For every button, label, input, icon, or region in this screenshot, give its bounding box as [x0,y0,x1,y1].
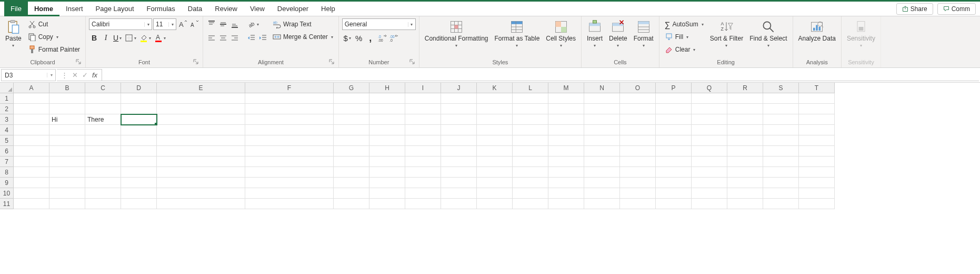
cell-B9[interactable] [49,178,85,188]
tab-developer[interactable]: Developer [271,2,315,16]
cell-R4[interactable] [727,125,763,135]
font-size-combo[interactable]: 11▾ [153,18,176,30]
cell-S7[interactable] [763,156,799,167]
cell-N2[interactable] [584,104,620,114]
cell-G7[interactable] [334,156,369,167]
tab-page-layout[interactable]: Page Layout [89,2,141,16]
tab-file[interactable]: File [4,2,28,16]
cell-B5[interactable] [49,135,85,146]
cell-styles-button[interactable]: Cell Styles▾ [544,18,578,49]
cell-E11[interactable] [157,199,245,209]
comma-format-button[interactable]: , [365,32,376,44]
cell-G2[interactable] [334,104,369,114]
cell-I5[interactable] [405,135,441,146]
cell-H6[interactable] [369,146,405,156]
cell-F5[interactable] [245,135,334,146]
cell-G3[interactable] [334,114,369,125]
cell-C1[interactable] [85,93,121,104]
cell-C5[interactable] [85,135,121,146]
cell-F9[interactable] [245,178,334,188]
column-header-A[interactable]: A [14,83,49,93]
column-header-N[interactable]: N [584,83,620,93]
cell-H9[interactable] [369,178,405,188]
cell-E7[interactable] [157,156,245,167]
cell-J10[interactable] [441,188,477,199]
cell-K4[interactable] [477,125,513,135]
cell-L4[interactable] [513,125,548,135]
cell-F11[interactable] [245,199,334,209]
cell-M2[interactable] [548,104,584,114]
cell-T1[interactable] [799,93,835,104]
cell-A10[interactable] [14,188,49,199]
cell-D2[interactable] [121,104,157,114]
fx-icon[interactable]: fx [92,71,97,79]
cell-F2[interactable] [245,104,334,114]
row-header-3[interactable]: 3 [0,114,14,125]
cell-K10[interactable] [477,188,513,199]
cell-M4[interactable] [548,125,584,135]
cell-A9[interactable] [14,178,49,188]
cell-F1[interactable] [245,93,334,104]
cell-T11[interactable] [799,199,835,209]
cell-O1[interactable] [620,93,656,104]
cell-E9[interactable] [157,178,245,188]
column-header-R[interactable]: R [727,83,763,93]
column-header-Q[interactable]: Q [692,83,727,93]
cell-P5[interactable] [656,135,692,146]
cell-I9[interactable] [405,178,441,188]
number-format-combo[interactable]: General▾ [342,18,416,30]
wrap-text-button[interactable]: ab Wrap Text [271,18,335,30]
cell-S10[interactable] [763,188,799,199]
cell-G8[interactable] [334,167,369,178]
cell-D4[interactable] [121,125,157,135]
cell-C10[interactable] [85,188,121,199]
cell-T9[interactable] [799,178,835,188]
cell-O11[interactable] [620,199,656,209]
tab-review[interactable]: Review [208,2,244,16]
cell-Q8[interactable] [692,167,727,178]
bold-button[interactable]: B [89,32,99,44]
cell-H1[interactable] [369,93,405,104]
select-all-button[interactable] [0,83,14,93]
column-header-K[interactable]: K [477,83,513,93]
cell-R6[interactable] [727,146,763,156]
conditional-formatting-button[interactable]: Conditional Formatting▾ [423,18,491,49]
cell-D5[interactable] [121,135,157,146]
cell-A7[interactable] [14,156,49,167]
cell-A1[interactable] [14,93,49,104]
cell-B3[interactable]: Hi [49,114,85,125]
cell-J9[interactable] [441,178,477,188]
cell-A8[interactable] [14,167,49,178]
column-header-M[interactable]: M [548,83,584,93]
cell-J11[interactable] [441,199,477,209]
cell-T6[interactable] [799,146,835,156]
cell-J7[interactable] [441,156,477,167]
decrease-decimal-button[interactable]: .00.0 [388,32,399,44]
cell-F3[interactable] [245,114,334,125]
row-header-1[interactable]: 1 [0,93,14,104]
cell-A3[interactable] [14,114,49,125]
clear-button[interactable]: Clear▾ [663,44,706,55]
cell-P6[interactable] [656,146,692,156]
column-header-O[interactable]: O [620,83,656,93]
cell-G5[interactable] [334,135,369,146]
cell-Q2[interactable] [692,104,727,114]
cell-D1[interactable] [121,93,157,104]
font-name-combo[interactable]: Calibri▾ [89,18,152,30]
cell-M9[interactable] [548,178,584,188]
cell-I1[interactable] [405,93,441,104]
cell-G9[interactable] [334,178,369,188]
cell-Q5[interactable] [692,135,727,146]
formula-dropdown[interactable]: ⋮ [61,71,68,79]
column-header-E[interactable]: E [157,83,245,93]
cell-S3[interactable] [763,114,799,125]
cell-M5[interactable] [548,135,584,146]
alignment-dialog-launcher[interactable] [328,59,335,66]
cell-C7[interactable] [85,156,121,167]
cell-L5[interactable] [513,135,548,146]
cell-I11[interactable] [405,199,441,209]
cell-T2[interactable] [799,104,835,114]
cell-O3[interactable] [620,114,656,125]
cell-K8[interactable] [477,167,513,178]
cell-N6[interactable] [584,146,620,156]
